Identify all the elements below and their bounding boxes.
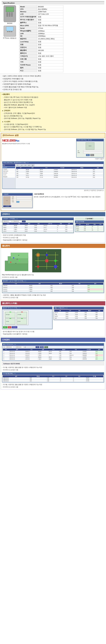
login-confirm-button[interactable]: 확인 [86, 154, 90, 156]
cell-date: 2024-02-01 [71, 176, 92, 178]
filter-search-btn[interactable]: 조회 [36, 346, 39, 348]
door-lock-btn[interactable]: 잠금 [8, 326, 11, 328]
door-open-btn[interactable]: 문열기 [3, 326, 8, 328]
emp-name-row: 성명 [12, 196, 32, 198]
bk5000-key [9, 16, 10, 16]
toolbar-edit[interactable]: 수정 [20, 164, 23, 166]
filter-date-from[interactable]: 2024-01-01 [6, 346, 14, 348]
access-report-body: 기간: 2024-01-01 ~ 2024-01-31 성명: 조회 엑셀 인쇄 [2, 346, 104, 360]
ev-col-result: 결과 [87, 283, 103, 284]
report-cell: 12 [92, 225, 98, 227]
door-all-lock-btn[interactable]: 전체잠금 [12, 326, 17, 328]
cell-card: 1234567 [54, 169, 71, 170]
spec-key-cell: Memory [19, 10, 37, 13]
att-date-to[interactable]: 2024-01-31 [13, 220, 22, 222]
spec-table-row: 기타없음 [19, 60, 63, 64]
ar-cell-ok: 허가 [95, 358, 103, 360]
ev-row: 09:05:44 김영희 정문 입실 허가 [3, 286, 103, 288]
att-cell: 정상 [65, 228, 73, 230]
sidebar-item-access[interactable]: 출입관리 [3, 166, 15, 168]
cell-no: 005 [16, 176, 26, 178]
sch-cell: 정문 [84, 314, 95, 315]
spec-table-row: CPUArm 400Mhz [19, 8, 63, 10]
spec-table-row: 전원없음 [19, 43, 63, 46]
att-cell: 관리부 [3, 230, 14, 232]
emp-name-input[interactable] [16, 196, 32, 198]
filter-name-input[interactable] [27, 347, 35, 348]
access-report2-title: 지수별 출입현황 [3, 373, 13, 374]
sidebar-item-settings[interactable]: 환경설정 [3, 176, 15, 178]
spec-key-cell: 안면인식 [19, 46, 37, 49]
access-titlebar: 출입통제 - 실시간 이벤트 모니터링 _ □ × [2, 280, 104, 282]
filter-date-to[interactable]: 2024-01-31 [16, 346, 24, 348]
sch-cell: 08:00 [65, 314, 75, 315]
login-cancel-button[interactable]: 취소 [90, 154, 94, 156]
main-ui-caption: 편리하고 직관적인 인터페이스 [2, 190, 104, 192]
att-cell: 정상 [65, 230, 73, 232]
emp-photo-btn[interactable]: 사진등록 [3, 206, 11, 207]
room4-label: 전산실 [18, 321, 20, 322]
ar-cell: 2024-01-02 [9, 350, 25, 352]
sidebar-item-visitor[interactable]: 방문자관리 [3, 170, 15, 172]
ar-desc2: · 자각적이고 손쉬운 사용 [2, 368, 104, 371]
ev-cell-deny: 거부 [87, 288, 103, 290]
map-door1 [10, 262, 11, 263]
ev-cell: 09:15:55 [3, 290, 29, 292]
att-cell: 12시간 [43, 228, 57, 230]
filter-excel-btn[interactable]: 엑셀 [40, 346, 44, 348]
ar-cell: 퇴실 [69, 358, 82, 360]
sch-col-grp: 그룹 [54, 310, 65, 312]
ar-cell: 퇴실 [69, 356, 82, 358]
cell-dept: 관리부 [40, 174, 54, 176]
cell-card: 5678901 [54, 176, 71, 178]
emp-dept-input[interactable] [16, 198, 32, 199]
vis-item: - 일시간 시스템별 확인기능, 시스템 독립 기기목록기능 [3, 126, 104, 128]
emp-card-label: 카드 [12, 200, 16, 201]
sch-row: 관리자 00:00 24:00 전체 매일 [54, 312, 103, 314]
ar-cell: 정문 [59, 350, 69, 352]
att-controls: _ □ × [15, 218, 18, 220]
spec-table-row: Memory128M Flash [19, 10, 63, 13]
spec-val-cell: 128M Flash [37, 10, 63, 13]
login-id-input[interactable] [83, 150, 102, 152]
att-cell: 지각 [65, 226, 73, 228]
room3-label: 서버실 [6, 321, 9, 322]
ar-cell: 정문 [59, 358, 69, 360]
report-row: 총무부 176 12 2 [76, 225, 103, 227]
toolbar-delete[interactable]: 삭제 [24, 164, 27, 166]
schedule-body: 그룹 시작 종료 출입문 요일 관리자 [54, 309, 104, 320]
toolbar-print[interactable]: 출력 [31, 164, 34, 166]
main-ui-window: NICE-2000 Plus - 출입통제관리시스템 _ □ × 메뉴 출입관리… [2, 161, 104, 189]
spec-table-row: 가격(단가)상담, 별도 프로그램비 [19, 55, 63, 58]
sch-cell: 매일 [95, 312, 103, 314]
spec-table-row: 프로그램없음 [19, 58, 63, 60]
access-desc: · 사용자명, 그룹별, 출입통제구역별 등 다양한 스케줄 관리기능 제공 ·… [2, 294, 104, 299]
ar-cell: 09:22:07 [25, 354, 38, 356]
ev-cell: 미확인 [29, 288, 50, 290]
att-search-btn[interactable]: 조회 [22, 220, 26, 222]
ar2-cell: 118 [29, 378, 47, 380]
sch-cell: 전체 [84, 317, 95, 319]
sidebar-item-attend[interactable]: 근태관리 [3, 168, 15, 170]
iphone-device [4, 26, 16, 36]
map-3d-container: 1F 2F 3F [2, 249, 31, 272]
sidebar-item-device[interactable]: 장치관리 [3, 172, 15, 174]
emp-fp-btn[interactable]: 등록 [16, 201, 19, 203]
emp-card-input[interactable] [16, 200, 32, 201]
attendance-list: - 근무관리명, 근무그룹핑, 기간별 Report관리 - 일시간 근태현황 … [2, 112, 104, 120]
att-col-work: 근무시간 [43, 223, 57, 224]
filter-print-btn[interactable]: 인쇄 [44, 346, 48, 348]
att-item: - 근무관리명, 근무그룹핑, 기간별 Report관리 [3, 112, 104, 115]
sch-cell: 정문 [84, 315, 95, 317]
att-date-from[interactable]: 2024-01-01 [3, 220, 12, 222]
login-form: ID: PW: [78, 150, 102, 154]
login-pw-input[interactable] [83, 152, 102, 154]
toolbar-add[interactable]: 추가 [16, 164, 20, 166]
toolbar-search[interactable]: 검색 [27, 164, 31, 166]
visitor-list: - 시스템 생리명, 기간별 Report관리 - 일시간 시스템별 확인기능,… [2, 123, 104, 131]
map-desc-item1: Map Interface계층으로 실시간 출입통제 관리기능 [2, 274, 104, 276]
sidebar-item-report[interactable]: 보고서 [3, 174, 15, 176]
ar-cell: 09:10:33 [25, 352, 38, 354]
spec-table: ModelBK5000CPUArm 400MhzMemory128M Flash… [19, 5, 63, 72]
report-cell: 총무부 [76, 225, 84, 227]
